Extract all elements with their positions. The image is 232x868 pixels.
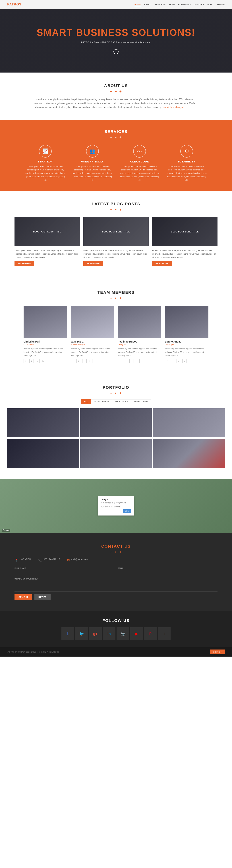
follow-item-7[interactable]: P: [144, 627, 157, 640]
team-desc-loreto: Backed by some of the biggest names in t…: [165, 347, 208, 357]
filter-development[interactable]: DEVELOPMENT: [91, 399, 112, 404]
follow-item-1[interactable]: f: [61, 627, 74, 640]
nav-contact[interactable]: CONTACT: [194, 3, 204, 6]
about-text: Lorem ipsum is simply dummy text of the …: [34, 98, 198, 109]
clean-code-desc: Lorem ipsum dolor sit amet, consectetur …: [120, 165, 160, 182]
twitter-icon-jane[interactable]: t: [76, 359, 81, 363]
follow-item-8[interactable]: t: [158, 627, 171, 640]
contact-section: CONTACT US ✦ ✦ ✦ 📍 LOCATION 📞 0351 76862…: [0, 533, 232, 611]
read-more-button-2[interactable]: Read More: [84, 261, 103, 266]
contact-phone-item: 📞 0351 768622115: [38, 558, 60, 562]
follow-item-6[interactable]: ▶: [130, 627, 143, 640]
message-textarea[interactable]: [14, 581, 218, 591]
blog-image-3: BLOG POST LONG TITLE: [152, 217, 218, 246]
nav-services[interactable]: SERVICES: [155, 3, 166, 6]
follow-item-2[interactable]: 🐦: [75, 627, 88, 640]
team-social-paulinho: f t g in: [118, 359, 161, 363]
linkedin-icon-paulinho[interactable]: in: [135, 359, 139, 363]
read-more-button-3[interactable]: Read More: [152, 261, 172, 266]
back-to-top-button[interactable]: 回到顶部 ↑: [210, 650, 225, 654]
services-grid: 📈 Strategy Lorem ipsum dolor sit amet, c…: [14, 145, 218, 182]
form-row-2: WHAT'S ON YOUR MIND?: [14, 578, 218, 591]
blog-text-1: Lorem ipsum dolor sit amet, consectetur …: [14, 249, 80, 259]
hero-scroll-button[interactable]: ↓: [113, 49, 119, 54]
location-icon: 📍: [14, 558, 18, 562]
nav-logo: PATROS: [7, 3, 22, 6]
contact-email-value: mail@patros.com: [71, 558, 89, 561]
portfolio-section: PORTFOLIO ✦ ✦ ✦ ALL DEVELOPMENT WEB DESI…: [0, 374, 232, 479]
linkedin-icon-jane[interactable]: in: [88, 359, 93, 363]
read-more-button-1[interactable]: Read More: [14, 261, 34, 266]
about-link[interactable]: essentially unchanged.: [162, 106, 184, 108]
map-popup-title: Google: [101, 498, 131, 501]
nav-blog[interactable]: BLOG: [207, 3, 213, 6]
google-plus-icon[interactable]: g: [35, 359, 39, 363]
map-popup-line2: 更新地址或访问地址查看: [101, 505, 131, 508]
map-popup-confirm[interactable]: 确定: [123, 509, 131, 513]
google-plus-icon-jane[interactable]: g: [82, 359, 87, 363]
nav-portfolio[interactable]: PORTFOLIO: [178, 3, 191, 6]
facebook-icon-jane[interactable]: f: [71, 359, 75, 363]
service-strategy: 📈 Strategy Lorem ipsum dolor sit amet, c…: [25, 145, 65, 182]
contact-divider: ✦ ✦ ✦: [14, 550, 218, 554]
team-name-christian: Christian Peri: [24, 340, 67, 343]
filter-mobile-apps[interactable]: MOBILE APPS: [131, 399, 151, 404]
nav-about[interactable]: ABOUT: [144, 3, 152, 6]
send-button[interactable]: SEND IT: [14, 594, 32, 600]
blog-body-3: Lorem ipsum dolor sit amet, consectetur …: [152, 246, 218, 268]
email-input[interactable]: [118, 570, 218, 575]
strategy-icon: 📈: [39, 145, 52, 158]
team-grid: Christian Peri Co-Founder Backed by some…: [7, 306, 225, 363]
follow-item-3[interactable]: g+: [89, 627, 102, 640]
map-popup: Google 谷歌地图提示信息 Google 地图... 更新地址或访问地址查看…: [98, 496, 134, 516]
contact-info-row: 📍 LOCATION 📞 0351 768622115 ✉ mail@patro…: [14, 558, 218, 562]
form-group-message: WHAT'S ON YOUR MIND?: [14, 578, 218, 591]
google-plus-icon-loreto[interactable]: g: [176, 359, 181, 363]
follow-section: FOLLOW US f 🐦 g+ in 📷 ▶ P t: [0, 611, 232, 647]
full-name-input[interactable]: [14, 570, 114, 575]
map-placeholder: Google 谷歌地图提示信息 Google 地图... 更新地址或访问地址查看…: [0, 479, 232, 533]
nav-single[interactable]: SINGLE: [217, 3, 225, 6]
blog-overlay-1: BLOG POST LONG TITLE: [14, 217, 80, 246]
portfolio-item-3[interactable]: [153, 408, 225, 437]
follow-grid: f 🐦 g+ in 📷 ▶ P t: [14, 627, 218, 640]
blog-section: LATEST BLOG POSTS ✦ ✦ ✦ BLOG POST LONG T…: [0, 191, 232, 279]
team-desc-christian: Backed by some of the biggest names in t…: [24, 347, 67, 357]
blog-img-label-1: BLOG POST LONG TITLE: [33, 230, 61, 233]
facebook-icon-loreto[interactable]: f: [165, 359, 169, 363]
reset-button[interactable]: RESET: [34, 594, 51, 600]
nav-team[interactable]: TEAM: [169, 3, 175, 6]
facebook-icon-paulinho[interactable]: f: [118, 359, 122, 363]
team-name-paulinho: Paulinho Rubos: [118, 340, 161, 343]
portfolio-item-1[interactable]: [7, 408, 79, 437]
team-card-loreto: Loreto Andas Developer Backed by some of…: [165, 306, 208, 363]
linkedin-icon[interactable]: in: [41, 359, 45, 363]
follow-item-4[interactable]: in: [103, 627, 115, 640]
portfolio-divider: ✦ ✦ ✦: [7, 391, 225, 395]
filter-web-design[interactable]: WEB DESIGN: [112, 399, 131, 404]
facebook-icon[interactable]: f: [24, 359, 28, 363]
team-divider: ✦ ✦ ✦: [7, 296, 225, 300]
portfolio-item-6[interactable]: [153, 439, 225, 468]
portfolio-item-2[interactable]: [80, 408, 152, 437]
linkedin-icon-loreto[interactable]: in: [183, 359, 187, 363]
team-photo-inner-loreto: [165, 306, 208, 338]
twitter-icon[interactable]: t: [29, 359, 34, 363]
twitter-icon-loreto[interactable]: t: [171, 359, 175, 363]
twitter-icon-paulinho[interactable]: t: [124, 359, 128, 363]
about-divider: ✦ ✦ ✦: [14, 90, 218, 94]
follow-item-5[interactable]: 📷: [117, 627, 129, 640]
blog-body-1: Lorem ipsum dolor sit amet, consectetur …: [14, 246, 80, 268]
google-plus-icon-paulinho[interactable]: g: [129, 359, 134, 363]
hero-subtitle: PATROS – Free HTML5/CSS3 Responsive Webs…: [81, 41, 151, 44]
portfolio-item-4[interactable]: [7, 439, 79, 468]
blog-text-3: Lorem ipsum dolor sit amet, consectetur …: [152, 249, 218, 259]
filter-all[interactable]: ALL: [81, 399, 91, 404]
team-card-christian: Christian Peri Co-Founder Backed by some…: [24, 306, 67, 363]
nav-home[interactable]: HOME: [134, 3, 141, 6]
portfolio-item-5[interactable]: [80, 439, 152, 468]
services-divider: ✦ ✦ ✦: [14, 135, 218, 140]
blog-card-1: BLOG POST LONG TITLE Lorem ipsum dolor s…: [14, 217, 80, 268]
clean-code-icon: </>: [133, 145, 146, 158]
blog-card-3: BLOG POST LONG TITLE Lorem ipsum dolor s…: [152, 217, 218, 268]
